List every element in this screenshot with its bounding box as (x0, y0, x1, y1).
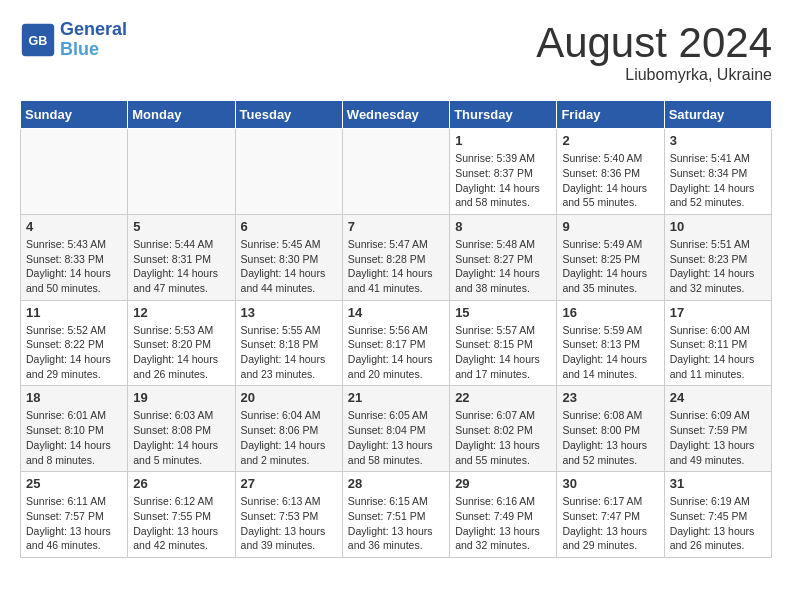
calendar-day-cell: 22Sunrise: 6:07 AM Sunset: 8:02 PM Dayli… (450, 386, 557, 472)
calendar-day-cell: 13Sunrise: 5:55 AM Sunset: 8:18 PM Dayli… (235, 300, 342, 386)
calendar-day-cell: 9Sunrise: 5:49 AM Sunset: 8:25 PM Daylig… (557, 214, 664, 300)
calendar-day-cell: 4Sunrise: 5:43 AM Sunset: 8:33 PM Daylig… (21, 214, 128, 300)
day-number: 13 (241, 305, 337, 320)
logo-text: General Blue (60, 20, 127, 60)
calendar-day-cell: 16Sunrise: 5:59 AM Sunset: 8:13 PM Dayli… (557, 300, 664, 386)
calendar-week-row: 4Sunrise: 5:43 AM Sunset: 8:33 PM Daylig… (21, 214, 772, 300)
month-title: August 2024 (536, 20, 772, 66)
calendar-week-row: 1Sunrise: 5:39 AM Sunset: 8:37 PM Daylig… (21, 129, 772, 215)
day-number: 8 (455, 219, 551, 234)
day-info: Sunrise: 5:52 AM Sunset: 8:22 PM Dayligh… (26, 323, 122, 382)
day-info: Sunrise: 6:13 AM Sunset: 7:53 PM Dayligh… (241, 494, 337, 553)
weekday-header: Saturday (664, 101, 771, 129)
calendar-day-cell: 2Sunrise: 5:40 AM Sunset: 8:36 PM Daylig… (557, 129, 664, 215)
calendar-table: SundayMondayTuesdayWednesdayThursdayFrid… (20, 100, 772, 558)
day-info: Sunrise: 5:57 AM Sunset: 8:15 PM Dayligh… (455, 323, 551, 382)
day-info: Sunrise: 6:01 AM Sunset: 8:10 PM Dayligh… (26, 408, 122, 467)
day-number: 10 (670, 219, 766, 234)
day-info: Sunrise: 6:09 AM Sunset: 7:59 PM Dayligh… (670, 408, 766, 467)
day-info: Sunrise: 6:15 AM Sunset: 7:51 PM Dayligh… (348, 494, 444, 553)
day-number: 25 (26, 476, 122, 491)
logo-line1: General (60, 19, 127, 39)
logo: GB General Blue (20, 20, 127, 60)
svg-text:GB: GB (29, 34, 48, 48)
day-info: Sunrise: 6:12 AM Sunset: 7:55 PM Dayligh… (133, 494, 229, 553)
calendar-header: SundayMondayTuesdayWednesdayThursdayFrid… (21, 101, 772, 129)
day-number: 30 (562, 476, 658, 491)
day-info: Sunrise: 6:19 AM Sunset: 7:45 PM Dayligh… (670, 494, 766, 553)
day-info: Sunrise: 6:08 AM Sunset: 8:00 PM Dayligh… (562, 408, 658, 467)
calendar-day-cell: 7Sunrise: 5:47 AM Sunset: 8:28 PM Daylig… (342, 214, 449, 300)
day-info: Sunrise: 5:45 AM Sunset: 8:30 PM Dayligh… (241, 237, 337, 296)
day-info: Sunrise: 6:04 AM Sunset: 8:06 PM Dayligh… (241, 408, 337, 467)
calendar-day-cell: 15Sunrise: 5:57 AM Sunset: 8:15 PM Dayli… (450, 300, 557, 386)
day-number: 5 (133, 219, 229, 234)
day-number: 3 (670, 133, 766, 148)
day-number: 31 (670, 476, 766, 491)
calendar-body: 1Sunrise: 5:39 AM Sunset: 8:37 PM Daylig… (21, 129, 772, 558)
day-info: Sunrise: 6:17 AM Sunset: 7:47 PM Dayligh… (562, 494, 658, 553)
day-info: Sunrise: 5:48 AM Sunset: 8:27 PM Dayligh… (455, 237, 551, 296)
calendar-day-cell (21, 129, 128, 215)
day-info: Sunrise: 5:41 AM Sunset: 8:34 PM Dayligh… (670, 151, 766, 210)
calendar-day-cell: 8Sunrise: 5:48 AM Sunset: 8:27 PM Daylig… (450, 214, 557, 300)
day-info: Sunrise: 5:40 AM Sunset: 8:36 PM Dayligh… (562, 151, 658, 210)
day-number: 22 (455, 390, 551, 405)
logo-line2: Blue (60, 39, 99, 59)
day-info: Sunrise: 5:56 AM Sunset: 8:17 PM Dayligh… (348, 323, 444, 382)
day-info: Sunrise: 6:00 AM Sunset: 8:11 PM Dayligh… (670, 323, 766, 382)
calendar-day-cell: 19Sunrise: 6:03 AM Sunset: 8:08 PM Dayli… (128, 386, 235, 472)
calendar-day-cell: 25Sunrise: 6:11 AM Sunset: 7:57 PM Dayli… (21, 472, 128, 558)
day-number: 12 (133, 305, 229, 320)
day-number: 27 (241, 476, 337, 491)
calendar-day-cell: 30Sunrise: 6:17 AM Sunset: 7:47 PM Dayli… (557, 472, 664, 558)
day-number: 21 (348, 390, 444, 405)
calendar-day-cell: 5Sunrise: 5:44 AM Sunset: 8:31 PM Daylig… (128, 214, 235, 300)
day-number: 16 (562, 305, 658, 320)
day-number: 28 (348, 476, 444, 491)
day-number: 26 (133, 476, 229, 491)
calendar-day-cell (342, 129, 449, 215)
day-number: 9 (562, 219, 658, 234)
weekday-header: Sunday (21, 101, 128, 129)
calendar-day-cell: 26Sunrise: 6:12 AM Sunset: 7:55 PM Dayli… (128, 472, 235, 558)
day-info: Sunrise: 5:53 AM Sunset: 8:20 PM Dayligh… (133, 323, 229, 382)
day-number: 15 (455, 305, 551, 320)
day-info: Sunrise: 6:07 AM Sunset: 8:02 PM Dayligh… (455, 408, 551, 467)
calendar-day-cell: 20Sunrise: 6:04 AM Sunset: 8:06 PM Dayli… (235, 386, 342, 472)
calendar-day-cell: 27Sunrise: 6:13 AM Sunset: 7:53 PM Dayli… (235, 472, 342, 558)
calendar-day-cell: 28Sunrise: 6:15 AM Sunset: 7:51 PM Dayli… (342, 472, 449, 558)
day-info: Sunrise: 5:44 AM Sunset: 8:31 PM Dayligh… (133, 237, 229, 296)
day-number: 6 (241, 219, 337, 234)
day-info: Sunrise: 5:51 AM Sunset: 8:23 PM Dayligh… (670, 237, 766, 296)
day-number: 18 (26, 390, 122, 405)
calendar-day-cell: 23Sunrise: 6:08 AM Sunset: 8:00 PM Dayli… (557, 386, 664, 472)
day-info: Sunrise: 5:59 AM Sunset: 8:13 PM Dayligh… (562, 323, 658, 382)
calendar-day-cell: 17Sunrise: 6:00 AM Sunset: 8:11 PM Dayli… (664, 300, 771, 386)
calendar-week-row: 25Sunrise: 6:11 AM Sunset: 7:57 PM Dayli… (21, 472, 772, 558)
calendar-day-cell: 3Sunrise: 5:41 AM Sunset: 8:34 PM Daylig… (664, 129, 771, 215)
day-info: Sunrise: 5:39 AM Sunset: 8:37 PM Dayligh… (455, 151, 551, 210)
weekday-header: Monday (128, 101, 235, 129)
day-number: 20 (241, 390, 337, 405)
calendar-day-cell: 31Sunrise: 6:19 AM Sunset: 7:45 PM Dayli… (664, 472, 771, 558)
page-header: GB General Blue August 2024 Liubomyrka, … (20, 20, 772, 84)
day-number: 4 (26, 219, 122, 234)
day-info: Sunrise: 6:03 AM Sunset: 8:08 PM Dayligh… (133, 408, 229, 467)
weekday-header: Thursday (450, 101, 557, 129)
calendar-day-cell (235, 129, 342, 215)
day-info: Sunrise: 5:49 AM Sunset: 8:25 PM Dayligh… (562, 237, 658, 296)
day-info: Sunrise: 5:43 AM Sunset: 8:33 PM Dayligh… (26, 237, 122, 296)
calendar-day-cell: 29Sunrise: 6:16 AM Sunset: 7:49 PM Dayli… (450, 472, 557, 558)
calendar-day-cell: 10Sunrise: 5:51 AM Sunset: 8:23 PM Dayli… (664, 214, 771, 300)
calendar-week-row: 11Sunrise: 5:52 AM Sunset: 8:22 PM Dayli… (21, 300, 772, 386)
calendar-day-cell: 21Sunrise: 6:05 AM Sunset: 8:04 PM Dayli… (342, 386, 449, 472)
day-number: 29 (455, 476, 551, 491)
day-info: Sunrise: 6:05 AM Sunset: 8:04 PM Dayligh… (348, 408, 444, 467)
day-number: 23 (562, 390, 658, 405)
calendar-day-cell: 11Sunrise: 5:52 AM Sunset: 8:22 PM Dayli… (21, 300, 128, 386)
calendar-day-cell: 1Sunrise: 5:39 AM Sunset: 8:37 PM Daylig… (450, 129, 557, 215)
calendar-week-row: 18Sunrise: 6:01 AM Sunset: 8:10 PM Dayli… (21, 386, 772, 472)
day-number: 11 (26, 305, 122, 320)
day-number: 17 (670, 305, 766, 320)
